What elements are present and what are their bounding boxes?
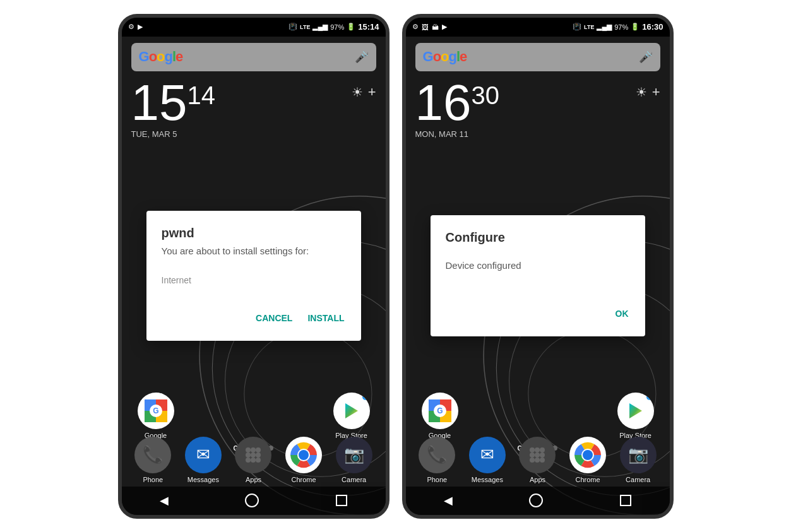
playstore-app-2[interactable]: Play Store [617, 393, 654, 439]
app-row-top-2: G Google [406, 393, 670, 439]
bars-icon-1: ▂▄▆ [312, 23, 328, 31]
phone-icon-2: 📞 [419, 437, 455, 473]
home-button-1[interactable] [245, 494, 259, 507]
status-time-1: 15:14 [358, 22, 379, 32]
apps-label-1: Apps [246, 476, 261, 483]
google-app-1[interactable]: G Google [138, 393, 174, 439]
cancel-button-1[interactable]: CANCEL [254, 310, 294, 326]
dialog-title-1: pwnd [162, 226, 346, 240]
dialog-content-1: Internet [162, 269, 346, 292]
back-button-1[interactable]: ◀ [160, 494, 169, 507]
apps-icon-2 [519, 437, 556, 473]
dialog-buttons-1: CANCEL INSTALL [162, 310, 346, 326]
dialog-content-2: Device configured [446, 250, 630, 281]
messages-label-2: Messages [472, 476, 503, 483]
vibrate-icon-1: 📳 [288, 23, 297, 31]
dock-row-2: 📞 Phone ✉ Messages [406, 437, 670, 483]
svg-point-35 [535, 447, 540, 452]
playstore-icon-1 [333, 393, 370, 429]
screen-2: Google 🎤 16 30 MON, MAR 11 ☀ + Configure… [406, 37, 670, 515]
phone-icon-1: 📞 [134, 437, 171, 473]
dialog-title-2: Configure [446, 230, 630, 245]
apps-app-2[interactable]: Apps [519, 437, 556, 483]
svg-marker-33 [629, 403, 642, 418]
nav-bar-2: ◀ [406, 487, 670, 515]
svg-point-22 [299, 450, 309, 460]
configure-dialog: Configure Device configured OK [431, 215, 645, 336]
play-icon-2: ▶ [442, 23, 447, 31]
apps-app-1[interactable]: Apps [235, 437, 271, 483]
messages-app-2[interactable]: ✉ Messages [469, 437, 506, 483]
svg-text:G: G [437, 406, 443, 415]
phone-2: ⚙ 🖼 🏔 ▶ 📳 LTE ▂▄▆ 97% 🔋 16:30 Google [402, 14, 674, 519]
status-right-2: 📳 LTE ▂▄▆ 97% 🔋 16:30 [573, 22, 663, 32]
signal-icon-2: LTE [584, 24, 594, 30]
playstore-icon-2 [617, 393, 654, 429]
svg-point-40 [530, 458, 535, 463]
camera-icon-2: 📷 [620, 437, 657, 473]
signal-icon-1: LTE [300, 24, 310, 30]
svg-point-11 [246, 447, 251, 452]
playstore-notif-1 [362, 394, 369, 400]
recents-button-1[interactable] [336, 495, 347, 506]
svg-point-12 [251, 447, 256, 452]
dialog-buttons-2: OK [446, 306, 630, 321]
install-button-1[interactable]: INSTALL [306, 310, 345, 326]
messages-app-1[interactable]: ✉ Messages [185, 437, 222, 483]
camera-app-1[interactable]: 📷 Camera [336, 437, 372, 483]
ok-button-2[interactable]: OK [614, 306, 630, 321]
phone-app-2[interactable]: 📞 Phone [419, 437, 455, 483]
chrome-app-2[interactable]: Chrome [569, 437, 606, 483]
svg-point-15 [251, 452, 256, 458]
battery-icon-1: 🔋 [347, 23, 355, 31]
svg-point-41 [535, 458, 540, 463]
svg-point-42 [540, 458, 545, 463]
phone-app-1[interactable]: 📞 Phone [134, 437, 171, 483]
svg-point-13 [256, 447, 261, 452]
settings-icon-2: ⚙ [412, 23, 419, 31]
svg-point-14 [246, 452, 251, 458]
svg-point-38 [535, 452, 540, 458]
chrome-app-1[interactable]: Chrome [285, 437, 322, 483]
bars-icon-2: ▂▄▆ [597, 23, 612, 31]
image-icon-2: 🖼 [422, 23, 429, 31]
camera-app-2[interactable]: 📷 Camera [620, 437, 657, 483]
home-button-2[interactable] [529, 494, 543, 507]
playstore-app-1[interactable]: Play Store [333, 393, 370, 439]
google-icon-2: G [422, 393, 458, 429]
svg-point-16 [256, 452, 261, 458]
messages-icon-1: ✉ [185, 437, 222, 473]
svg-point-17 [246, 458, 251, 463]
phone-label-2: Phone [427, 476, 447, 483]
recents-button-2[interactable] [620, 495, 631, 506]
status-time-2: 16:30 [642, 22, 663, 32]
app-row-top-1: G Google [122, 393, 386, 439]
google-icon-1: G [138, 393, 174, 429]
messages-label-1: Messages [187, 476, 219, 483]
playstore-notif-2 [646, 394, 653, 400]
apps-label-2: Apps [530, 476, 545, 483]
chrome-label-1: Chrome [292, 476, 316, 483]
status-left-1: ⚙ ▶ [128, 23, 143, 31]
battery-text-2: 97% [614, 23, 628, 31]
svg-point-34 [530, 447, 535, 452]
camera-label-1: Camera [342, 476, 366, 483]
status-bar-2: ⚙ 🖼 🏔 ▶ 📳 LTE ▂▄▆ 97% 🔋 16:30 [406, 18, 670, 37]
chrome-icon-1 [285, 437, 322, 473]
phone-label-1: Phone [143, 476, 163, 483]
svg-point-36 [540, 447, 545, 452]
dialog-subtitle-1: You are about to install settings for: [162, 245, 346, 256]
screen-1: Google 🎤 15 14 TUE, MAR 5 ☀ + pwnd You a… [122, 37, 386, 515]
google-app-2[interactable]: G Google [422, 393, 458, 439]
back-button-2[interactable]: ◀ [444, 494, 453, 507]
camera-label-2: Camera [626, 476, 650, 483]
vibrate-icon-2: 📳 [573, 23, 581, 31]
svg-point-18 [251, 458, 256, 463]
status-bar-1: ⚙ ▶ 📳 LTE ▂▄▆ 97% 🔋 15:14 [122, 18, 386, 37]
dock-row-1: 📞 Phone ✉ Messages [122, 437, 386, 483]
settings-icon-1: ⚙ [128, 23, 134, 31]
svg-marker-10 [345, 403, 358, 418]
svg-point-19 [256, 458, 261, 463]
status-right-1: 📳 LTE ▂▄▆ 97% 🔋 15:14 [288, 22, 379, 32]
pwnd-dialog: pwnd You are about to install settings f… [146, 211, 361, 341]
